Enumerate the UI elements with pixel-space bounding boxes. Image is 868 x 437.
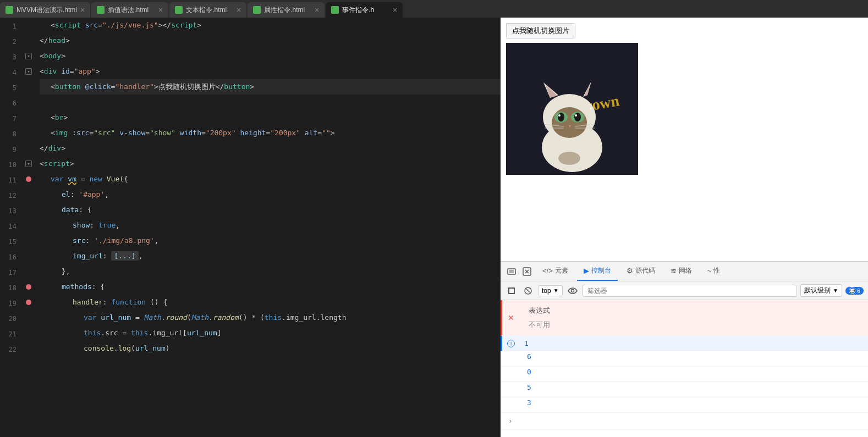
performance-icon: ~ xyxy=(707,267,712,275)
gutter-9 xyxy=(22,141,35,156)
code-line-11: var vm = new Vue({ xyxy=(40,172,501,187)
gutter-6 xyxy=(22,95,35,110)
ln-15: 15 xyxy=(0,234,17,250)
tab-mvvm[interactable]: MVVM语法演示.html × xyxy=(0,2,90,18)
tab-icon-event xyxy=(331,6,339,14)
tab-icon-mvvm xyxy=(6,6,13,14)
tab-elements-label: 元素 xyxy=(555,266,568,275)
code-line-2: </head> xyxy=(40,33,501,48)
device-toolbar-btn[interactable] xyxy=(505,265,518,278)
svg-text:💬: 💬 xyxy=(849,288,855,294)
tab-label-mvvm: MVVM语法演示.html xyxy=(17,5,77,15)
icon-col-6 xyxy=(501,351,518,366)
console-val-3[interactable]: 3 xyxy=(518,397,540,412)
ln-17: 17 xyxy=(0,265,17,280)
error-badge[interactable]: 💬 6 xyxy=(845,287,864,295)
breakpoint-18[interactable] xyxy=(26,284,31,290)
tab-console[interactable]: ▶ 控制台 xyxy=(577,262,618,281)
inspect-btn[interactable] xyxy=(520,265,534,278)
gutter-18 xyxy=(22,279,35,295)
gutter-5 xyxy=(22,79,35,95)
tab-performance[interactable]: ~ 性 xyxy=(701,262,727,281)
icon-col-5 xyxy=(501,382,518,397)
console-val-0[interactable]: 0 xyxy=(518,367,540,381)
gutter-22 xyxy=(22,341,35,356)
console-val-5[interactable]: 5 xyxy=(518,382,540,397)
svg-point-10 xyxy=(558,113,564,121)
icon-col-0 xyxy=(501,367,518,381)
tab-network-label: 网络 xyxy=(679,266,692,275)
tab-sources[interactable]: ⚙ 源代码 xyxy=(620,262,662,281)
tab-close-interpolation[interactable]: × xyxy=(158,6,163,14)
tab-interpolation[interactable]: 插值语法.html × xyxy=(91,2,168,18)
ln-20: 20 xyxy=(0,311,17,327)
code-editor[interactable]: 1 2 3 4 5 6 7 8 9 10 11 12 13 14 15 16 1 xyxy=(0,18,501,437)
expand-icon-col: i xyxy=(502,336,520,351)
tab-event[interactable]: 事件指令.h × xyxy=(326,2,403,18)
tab-label-attr: 属性指令.html xyxy=(264,5,305,15)
svg-point-12 xyxy=(558,114,561,117)
tab-close-attr[interactable]: × xyxy=(315,6,319,14)
console-row-3: 3 xyxy=(501,397,868,413)
tab-close-event[interactable]: × xyxy=(393,6,397,14)
filter-input[interactable] xyxy=(583,285,797,297)
code-panel: 1 2 3 4 5 6 7 8 9 10 11 12 13 14 15 16 1 xyxy=(0,18,501,437)
tab-network[interactable]: ≋ 网络 xyxy=(664,262,699,281)
gutter-20 xyxy=(22,310,35,325)
ln-9: 9 xyxy=(0,142,17,157)
console-row-expression: ✕ 表达式 不可用 xyxy=(501,300,868,336)
error-count: 6 xyxy=(857,287,860,294)
clear-btn[interactable] xyxy=(521,284,535,297)
tab-text[interactable]: 文本指令.html × xyxy=(169,2,246,18)
ln-12: 12 xyxy=(0,188,17,203)
fold-icon-10[interactable]: ▾ xyxy=(25,161,32,167)
ln-6: 6 xyxy=(0,96,17,111)
code-line-9: </div> xyxy=(40,141,501,156)
context-arrow: ▼ xyxy=(553,287,559,294)
code-line-19: handler: function () { xyxy=(40,295,501,310)
error-x-icon[interactable]: ✕ xyxy=(508,313,514,322)
context-dropdown[interactable]: top ▼ xyxy=(538,285,563,296)
console-val-6[interactable]: 6 xyxy=(518,351,540,366)
eye-btn[interactable] xyxy=(566,284,579,297)
gutter-13 xyxy=(22,202,35,218)
code-line-15: src: './img/a8.png', xyxy=(40,233,501,248)
gutter-8 xyxy=(22,125,35,141)
fold-icon-3[interactable]: ▾ xyxy=(25,53,32,59)
preview-button[interactable]: 点我随机切换图片 xyxy=(506,23,575,38)
log-level-dropdown[interactable]: 默认级别 ▼ xyxy=(800,284,842,297)
gutter-19 xyxy=(22,295,35,310)
context-value: top xyxy=(542,287,551,295)
fold-icon-4[interactable]: ▾ xyxy=(25,68,32,75)
gutter-3: ▾ xyxy=(22,48,35,64)
block-btn[interactable] xyxy=(505,284,518,297)
gutter-1 xyxy=(22,18,35,33)
line-numbers: 1 2 3 4 5 6 7 8 9 10 11 12 13 14 15 16 1 xyxy=(0,18,22,437)
expand-btn[interactable]: i xyxy=(507,340,515,347)
ln-10: 10 xyxy=(0,157,17,173)
gutter-14 xyxy=(22,218,35,233)
triangle-icon[interactable]: › xyxy=(505,415,516,427)
gutter-7 xyxy=(22,110,35,125)
svg-rect-24 xyxy=(509,289,514,293)
code-line-4: <div id="app"> xyxy=(40,64,501,79)
tab-attr[interactable]: 属性指令.html × xyxy=(248,2,325,18)
code-line-8: <img :src="src" v-show="show" width="200… xyxy=(40,125,501,141)
breakpoint-11[interactable] xyxy=(26,176,31,182)
tab-bar: MVVM语法演示.html × 插值语法.html × 文本指令.html × … xyxy=(0,0,868,18)
gutter-4: ▾ xyxy=(22,64,35,79)
ln-2: 2 xyxy=(0,34,17,49)
code-line-14: show: true, xyxy=(40,218,501,233)
ln-16: 16 xyxy=(0,250,17,265)
code-line-20: var url_num = Math.round(Math.random() *… xyxy=(40,310,501,325)
main-area: 1 2 3 4 5 6 7 8 9 10 11 12 13 14 15 16 1 xyxy=(0,18,868,437)
gutter-10: ▾ xyxy=(22,156,35,172)
expression-label: 表达式 xyxy=(520,302,868,319)
code-line-16: img_url: [...], xyxy=(40,248,501,264)
tab-sources-label: 源代码 xyxy=(635,266,655,275)
breakpoint-19[interactable] xyxy=(26,300,31,305)
tab-elements[interactable]: </> 元素 xyxy=(536,262,575,281)
svg-line-26 xyxy=(526,289,530,292)
tab-close-mvvm[interactable]: × xyxy=(80,6,85,14)
tab-close-text[interactable]: × xyxy=(237,6,241,14)
